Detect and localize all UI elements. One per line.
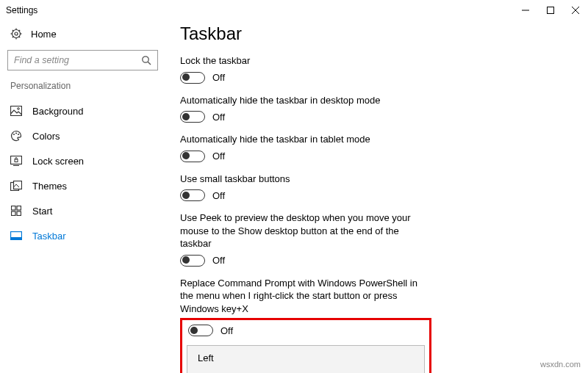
toggle-switch[interactable] [180,189,205,201]
toggle-switch[interactable] [180,255,205,267]
dropdown-option-top[interactable]: Top [187,370,424,373]
sidebar-item-label: Lock screen [32,156,84,167]
toggle-switch[interactable] [180,151,205,162]
sidebar-item-start[interactable]: Start [0,198,165,223]
setting-label: Automatically hide the taskbar in deskto… [180,94,423,107]
svg-rect-28 [12,211,16,216]
sidebar-item-label: Colors [32,131,60,142]
svg-point-14 [143,57,148,62]
picture-icon [10,105,22,117]
setting-label: Use Peek to preview the desktop when you… [180,211,423,250]
sidebar-item-themes[interactable]: Themes [0,173,165,198]
sidebar-item-label: Background [32,106,83,117]
svg-point-20 [18,134,19,135]
page-title: Taskbar [180,23,573,44]
taskbar-location-dropdown[interactable]: Left Top Right Bottom [187,345,425,373]
sidebar-item-label: Start [32,206,52,217]
setting-label: Use small taskbar buttons [180,173,423,186]
taskbar-icon [10,230,22,242]
svg-point-19 [15,133,17,134]
svg-point-5 [15,32,18,35]
lock-screen-icon [10,155,22,167]
svg-rect-1 [548,7,554,14]
svg-line-10 [12,30,14,32]
setting-small-buttons: Use small taskbar buttons Off [180,173,573,202]
svg-rect-27 [17,206,21,211]
sidebar-item-label: Themes [32,181,67,192]
setting-autohide-desktop: Automatically hide the taskbar in deskto… [180,94,573,123]
main-panel: Taskbar Lock the taskbar Off Automatical… [165,21,588,373]
svg-point-17 [18,108,20,110]
svg-rect-16 [11,106,22,116]
sidebar-item-label: Taskbar [32,231,66,242]
window-controls [513,0,588,21]
watermark: wsxdn.com [540,360,581,369]
toggle-state: Off [212,190,225,201]
search-input[interactable] [7,50,158,70]
svg-line-13 [12,37,14,38]
setting-autohide-tablet: Automatically hide the taskbar in tablet… [180,133,573,162]
close-button[interactable] [563,0,588,21]
setting-label: Replace Command Prompt with Windows Powe… [180,277,423,316]
toggle-state: Off [212,151,225,162]
search-field[interactable] [14,55,141,65]
toggle-state: Off [212,72,225,83]
toggle-state: Off [212,112,225,123]
sidebar-item-lock-screen[interactable]: Lock screen [0,148,165,173]
search-icon [141,55,151,65]
svg-point-18 [13,134,15,135]
gear-icon [10,28,22,40]
svg-line-11 [19,37,21,38]
toggle-switch[interactable] [188,325,213,336]
svg-rect-31 [11,237,22,240]
sidebar-item-taskbar[interactable]: Taskbar [0,223,165,248]
start-icon [10,205,22,217]
palette-icon [10,130,22,142]
dropdown-option-left[interactable]: Left [187,346,424,370]
svg-line-12 [19,30,21,32]
sidebar: Home Personalization Background Colors [0,21,165,373]
minimize-button[interactable] [513,0,538,21]
svg-rect-29 [17,211,21,216]
window-title: Settings [6,5,37,15]
maximize-button[interactable] [538,0,563,21]
svg-line-15 [148,62,151,65]
toggle-state: Off [212,255,225,266]
svg-rect-25 [14,181,22,189]
toggle-state: Off [220,325,233,336]
sidebar-item-background[interactable]: Background [0,98,165,123]
setting-label: Automatically hide the taskbar in tablet… [180,133,423,146]
setting-powershell: Replace Command Prompt with Windows Powe… [180,277,573,316]
toggle-switch[interactable] [180,111,205,123]
home-button[interactable]: Home [0,23,165,50]
setting-peek: Use Peek to preview the desktop when you… [180,211,573,267]
svg-rect-23 [15,159,18,162]
highlight-box: Off Left Top Right Bottom [180,318,431,373]
home-label: Home [31,29,57,40]
sidebar-item-colors[interactable]: Colors [0,123,165,148]
category-label: Personalization [0,79,165,98]
toggle-switch[interactable] [180,72,205,84]
svg-rect-26 [12,206,16,211]
setting-label: Lock the taskbar [180,54,423,68]
themes-icon [10,180,22,192]
setting-lock-taskbar: Lock the taskbar Off [180,54,573,84]
